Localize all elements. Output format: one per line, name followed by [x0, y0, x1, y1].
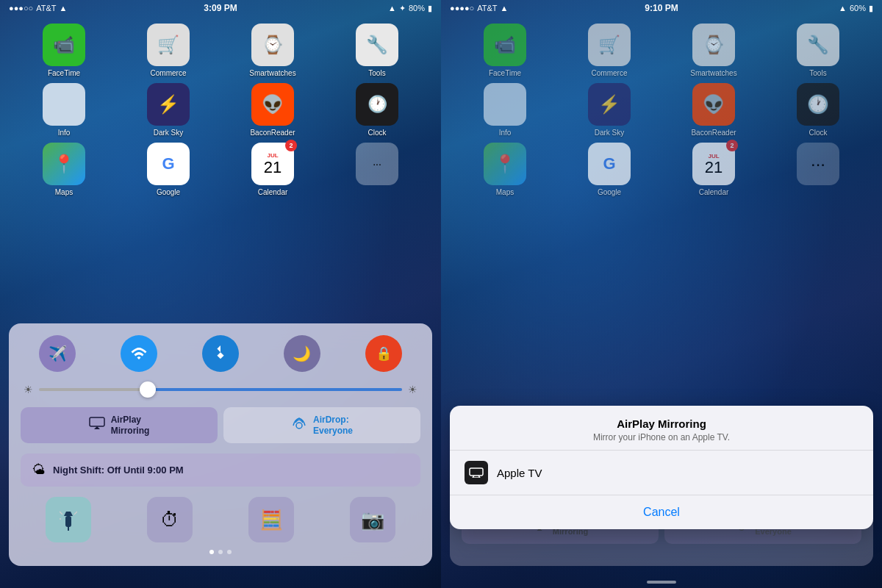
left-cc-bottom-icons: ⏱ 🧮 📷 [21, 497, 420, 542]
commerce-label: Commerce [151, 69, 187, 77]
left-battery: ▲ ✦ 80% ▮ [388, 4, 432, 13]
airplay-mirroring-button[interactable]: AirPlayMirroring [21, 407, 218, 443]
page-dot-3 [227, 550, 232, 554]
airplay-cancel-button[interactable]: Cancel [450, 495, 873, 529]
wifi-button[interactable] [121, 335, 157, 372]
right-app-grid: 📹FaceTime 🛒Commerce ⌚Smartwatches 🔧Tools… [441, 16, 882, 204]
calendar-badge: 2 [285, 140, 297, 151]
app-darksky[interactable]: ⚡ Dark Sky [118, 83, 219, 137]
do-not-disturb-button[interactable]: 🌙 [284, 335, 320, 372]
timer-button[interactable]: ⏱ [147, 497, 193, 542]
apple-tv-icon [465, 461, 488, 484]
airplay-text: AirPlayMirroring [111, 415, 150, 436]
svg-line-4 [60, 512, 62, 514]
right-wifi-icon: ▲ [501, 4, 509, 12]
airplay-modal-header: AirPlay Mirroring Mirror your iPhone on … [450, 406, 873, 451]
svg-marker-3 [64, 512, 73, 516]
app-info[interactable]: Info [13, 83, 115, 137]
tools-label: Tools [368, 69, 385, 77]
app-google[interactable]: G Google [118, 143, 219, 196]
smartwatches-icon[interactable]: ⌚ [251, 24, 294, 66]
right-location: ▲ [839, 4, 847, 12]
wifi-icon: ▲ [60, 4, 68, 12]
calendar-icon[interactable]: JUL 21 2 [251, 143, 294, 185]
bt-icon: ✦ [399, 4, 406, 13]
svg-line-5 [74, 512, 77, 514]
airplay-airdrop-row: AirPlayMirroring AirDrop:Everyone [21, 407, 420, 443]
info-icon[interactable] [43, 83, 85, 126]
brightness-low-icon: ☀ [24, 384, 33, 395]
app-maps[interactable]: 📍 Maps [13, 143, 115, 196]
left-time: 3:09 PM [204, 3, 237, 13]
signal-dots: ●●●○○ [9, 4, 33, 12]
facetime-label: FaceTime [48, 69, 80, 77]
app-commerce[interactable]: 🛒 Commerce [118, 24, 219, 77]
commerce-icon[interactable]: 🛒 [147, 24, 190, 66]
maps-label: Maps [55, 188, 73, 196]
app-baconreader[interactable]: 👽 BaconReader [222, 83, 323, 137]
brightness-thumb[interactable] [140, 381, 156, 398]
battery-icon: ▮ [428, 4, 432, 13]
right-battery: ▲ 60% ▮ [839, 4, 873, 13]
google-label: Google [157, 188, 180, 196]
google-icon[interactable]: G [147, 143, 190, 185]
darksky-label: Dark Sky [154, 129, 184, 137]
apple-tv-label: Apple TV [497, 467, 542, 479]
app-tools[interactable]: 🔧 Tools [326, 24, 428, 77]
app-clock[interactable]: 🕐 Clock [326, 83, 428, 137]
flashlight-button[interactable] [46, 497, 91, 542]
app-smartwatches[interactable]: ⌚ Smartwatches [222, 24, 323, 77]
smartwatches-label: Smartwatches [249, 69, 295, 77]
airdrop-icon [291, 415, 307, 435]
brightness-high-icon: ☀ [408, 384, 417, 395]
brightness-slider-row: ☀ ☀ [21, 384, 420, 395]
app-calendar[interactable]: JUL 21 2 Calendar [222, 143, 323, 196]
baconreader-icon[interactable]: 👽 [251, 83, 294, 126]
baconreader-label: BaconReader [250, 129, 295, 137]
page-dot-2 [218, 550, 223, 554]
left-cc-toggles: ✈️ 🌙 🔒 [21, 335, 420, 372]
darksky-icon[interactable]: ⚡ [147, 83, 190, 126]
right-home-indicator [647, 581, 676, 584]
rotation-lock-button[interactable]: 🔒 [365, 335, 402, 372]
night-shift-text: Night Shift: Off Until 9:00 PM [53, 465, 184, 476]
right-signal: ●●●●○ [450, 4, 474, 12]
left-control-center: ✈️ 🌙 🔒 ☀ ☀ [9, 323, 432, 566]
left-app-grid: 📹 FaceTime 🛒 Commerce ⌚ Smartwatches 🔧 T… [0, 16, 441, 204]
svg-point-1 [296, 423, 302, 429]
clock-icon[interactable]: 🕐 [356, 83, 398, 126]
airplay-cancel-text: Cancel [643, 506, 680, 518]
svg-rect-0 [90, 417, 104, 426]
airplane-mode-button[interactable]: ✈️ [39, 335, 76, 372]
right-status-bar: ●●●●○ AT&T ▲ 9:10 PM ▲ 60% ▮ [441, 0, 882, 16]
bluetooth-button[interactable] [202, 335, 239, 372]
night-shift-button[interactable]: 🌤 Night Shift: Off Until 9:00 PM [21, 453, 420, 487]
camera-button[interactable]: 📷 [350, 497, 395, 542]
right-carrier: ●●●●○ AT&T ▲ [450, 4, 508, 12]
airplay-modal-subtitle: Mirror your iPhone on an Apple TV. [465, 432, 858, 442]
apple-tv-item[interactable]: Apple TV [450, 451, 873, 495]
night-shift-icon: 🌤 [32, 462, 46, 478]
airplay-modal-title: AirPlay Mirroring [465, 417, 858, 430]
svg-rect-9 [470, 468, 483, 476]
svg-rect-2 [65, 516, 71, 527]
calendar-label: Calendar [258, 188, 288, 196]
airdrop-text: AirDrop:Everyone [313, 415, 353, 436]
maps-icon[interactable]: 📍 [43, 143, 85, 185]
app-more[interactable]: ··· [326, 143, 428, 196]
location-icon: ▲ [388, 4, 396, 12]
right-battery-icon: ▮ [869, 4, 873, 13]
facetime-icon[interactable]: 📹 [43, 24, 85, 66]
left-carrier: ●●●○○ AT&T ▲ [9, 4, 67, 12]
calculator-button[interactable]: 🧮 [248, 497, 294, 542]
app-facetime[interactable]: 📹 FaceTime [13, 24, 115, 77]
more-icon[interactable]: ··· [356, 143, 398, 185]
left-cc-page-dots [21, 550, 420, 554]
info-label: Info [58, 129, 71, 137]
tools-icon[interactable]: 🔧 [356, 24, 398, 66]
airdrop-button[interactable]: AirDrop:Everyone [223, 407, 420, 443]
left-phone: ●●●○○ AT&T ▲ 3:09 PM ▲ ✦ 80% ▮ 📹 FaceTim… [0, 0, 441, 588]
page-dot-1 [209, 550, 214, 554]
clock-label: Clock [368, 129, 386, 137]
airplay-icon [89, 417, 105, 434]
